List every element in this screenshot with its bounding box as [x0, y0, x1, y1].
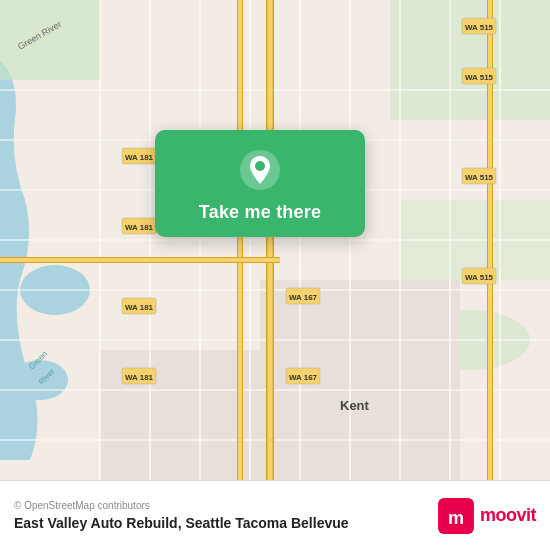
svg-text:WA 515: WA 515 — [465, 73, 494, 82]
svg-text:WA 515: WA 515 — [465, 173, 494, 182]
bottom-bar: © OpenStreetMap contributors East Valley… — [0, 480, 550, 550]
moovit-logo[interactable]: m moovit — [438, 498, 536, 534]
svg-text:WA 515: WA 515 — [465, 23, 494, 32]
svg-text:WA 167: WA 167 — [289, 373, 318, 382]
svg-text:Kent: Kent — [340, 398, 370, 413]
location-pin-icon — [238, 148, 282, 192]
take-me-there-card[interactable]: Take me there — [155, 130, 365, 237]
svg-text:m: m — [448, 508, 464, 528]
svg-text:WA 181: WA 181 — [125, 153, 154, 162]
map-container: Green River WA 515 WA 515 WA 515 WA 515 … — [0, 0, 550, 480]
svg-text:WA 181: WA 181 — [125, 223, 154, 232]
attribution-text: © OpenStreetMap contributors — [14, 500, 349, 511]
bottom-bar-left: © OpenStreetMap contributors East Valley… — [14, 500, 349, 531]
moovit-text: moovit — [480, 505, 536, 526]
svg-rect-3 — [0, 0, 100, 80]
location-title: East Valley Auto Rebuild, Seattle Tacoma… — [14, 515, 349, 531]
svg-text:WA 181: WA 181 — [125, 303, 154, 312]
take-me-there-label: Take me there — [199, 202, 321, 223]
moovit-brand-icon: m — [438, 498, 474, 534]
svg-text:WA 167: WA 167 — [289, 293, 318, 302]
svg-text:WA 181: WA 181 — [125, 373, 154, 382]
svg-text:WA 515: WA 515 — [465, 273, 494, 282]
svg-point-59 — [255, 161, 265, 171]
